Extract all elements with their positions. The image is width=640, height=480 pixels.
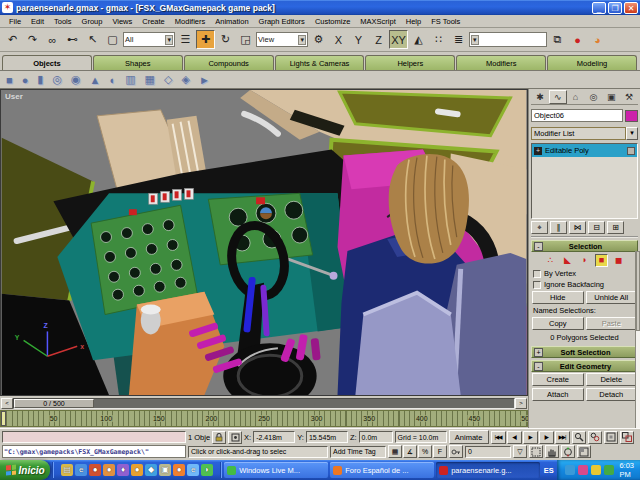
stack-tool-button[interactable]: ⋈ xyxy=(569,221,586,234)
menu-item[interactable]: MAXScript xyxy=(355,16,400,27)
toolbar-button[interactable]: Z xyxy=(369,30,388,49)
toolbar-button[interactable]: ∷ xyxy=(429,30,448,49)
time-slider-handle[interactable]: 0 / 500 xyxy=(14,399,94,408)
primitive-icon[interactable]: ◇ xyxy=(164,73,172,86)
animate-button[interactable]: Animate xyxy=(449,430,489,444)
language-indicator[interactable]: ES xyxy=(540,462,557,478)
command-panel-tab[interactable]: ✱ xyxy=(531,90,549,104)
hide-button[interactable]: Hide xyxy=(532,291,584,304)
quick-launch-icon[interactable]: ● xyxy=(89,464,101,476)
x-coordinate-field[interactable]: -2.418m xyxy=(253,431,295,443)
toolbar-button[interactable]: X xyxy=(329,30,348,49)
zoom-extents-all-icon[interactable] xyxy=(620,431,634,444)
task-button[interactable]: Windows Live M... xyxy=(224,462,328,478)
region-zoom-icon[interactable] xyxy=(529,445,543,458)
quick-launch-icon[interactable]: ● xyxy=(131,464,143,476)
quick-launch-icon[interactable]: ▣ xyxy=(159,464,171,476)
tab[interactable]: Modeling xyxy=(547,55,637,70)
command-panel-tab[interactable]: ∿ xyxy=(549,90,567,104)
absolute-mode-icon[interactable] xyxy=(228,431,242,444)
command-panel-tab[interactable]: ◎ xyxy=(584,90,602,104)
subobject-icon[interactable]: ◗ xyxy=(578,254,591,267)
tab[interactable]: Shapes xyxy=(93,55,183,70)
subobject-icon[interactable]: ◼ xyxy=(612,254,625,267)
menu-item[interactable]: FS Tools xyxy=(426,16,465,27)
checkbox-row[interactable]: Ignore Backfacing xyxy=(531,279,638,290)
zoom-all-icon[interactable] xyxy=(588,431,602,444)
zoom-icon[interactable] xyxy=(572,431,586,444)
tab[interactable]: Compounds xyxy=(184,55,274,70)
stack-tool-button[interactable]: ∥ xyxy=(550,221,567,234)
quick-launch-icon[interactable]: ◆ xyxy=(145,464,157,476)
toolbar-button[interactable]: ☰ xyxy=(176,30,195,49)
menu-item[interactable]: Create xyxy=(137,16,170,27)
toolbar-button[interactable]: XY xyxy=(389,30,408,49)
toolbar-button[interactable]: Y xyxy=(349,30,368,49)
stack-toggle-icon[interactable] xyxy=(627,147,635,155)
primitive-icon[interactable]: ◐ xyxy=(109,74,116,86)
zoom-extents-icon[interactable] xyxy=(604,431,618,444)
primitive-icon[interactable]: ▲ xyxy=(90,74,101,86)
subobject-icon[interactable]: ◣ xyxy=(561,254,574,267)
pan-hand-icon[interactable] xyxy=(545,445,559,458)
toolbar-button[interactable]: ⊷ xyxy=(63,30,82,49)
stack-tool-button[interactable]: ⊟ xyxy=(588,221,605,234)
tab[interactable]: Modifiers xyxy=(456,55,546,70)
toolbar-button[interactable]: ● xyxy=(568,30,587,49)
track-bar-frame-marker[interactable] xyxy=(1,411,6,426)
primitive-icon[interactable]: ► xyxy=(199,74,210,86)
edit-geometry-button[interactable]: Detach xyxy=(586,388,638,401)
viewport-label[interactable]: User xyxy=(5,92,23,101)
rollout-soft-selection[interactable]: + Soft Selection xyxy=(531,346,638,358)
tray-icon[interactable] xyxy=(604,465,614,475)
primitive-icon[interactable]: ■ xyxy=(6,74,13,86)
menu-item[interactable]: Modifiers xyxy=(170,16,210,27)
primitive-icon[interactable]: ▥ xyxy=(125,73,135,86)
quick-launch-icon[interactable]: ● xyxy=(173,464,185,476)
toolbar-button[interactable]: ◕ xyxy=(588,30,607,49)
modifier-list-dropdown[interactable]: Modifier List xyxy=(531,127,626,140)
menu-item[interactable]: Graph Editors xyxy=(254,16,310,27)
minimize-button[interactable]: _ xyxy=(592,2,606,14)
modifier-stack-row[interactable]: + Editable Poly xyxy=(532,144,637,157)
selection-lock-icon[interactable] xyxy=(212,431,226,444)
command-panel-tab[interactable]: ⌂ xyxy=(567,90,585,104)
current-frame-field[interactable]: 0 xyxy=(465,446,511,458)
menu-item[interactable]: Animation xyxy=(210,16,253,27)
menu-item[interactable]: Group xyxy=(77,16,108,27)
toolbar-button[interactable]: ⚙ xyxy=(309,30,328,49)
snap-toggle-button[interactable]: % xyxy=(418,445,432,458)
quick-launch-icon[interactable]: ◗ xyxy=(201,464,213,476)
subobject-icon[interactable]: ∴ xyxy=(544,254,557,267)
task-button[interactable]: Foro Español de ... xyxy=(330,462,434,478)
start-button[interactable]: Inicio xyxy=(0,460,50,480)
arc-rotate-icon[interactable] xyxy=(561,445,575,458)
toolbar-button[interactable]: ∞ xyxy=(43,30,62,49)
quick-launch-icon[interactable]: ♦ xyxy=(117,464,129,476)
menu-item[interactable]: Edit xyxy=(26,16,49,27)
primitive-icon[interactable]: ▦ xyxy=(145,73,155,86)
primitive-icon[interactable]: ◎ xyxy=(52,73,62,86)
tab[interactable]: Objects xyxy=(2,55,92,70)
quick-launch-icon[interactable]: ● xyxy=(103,464,115,476)
stack-tool-button[interactable]: ⌖ xyxy=(531,221,548,234)
object-color-swatch[interactable] xyxy=(625,110,638,122)
named-selection-button[interactable]: Paste xyxy=(586,317,638,330)
maxscript-listener-line[interactable]: "C:\gmax\gamepacks\FSX_GMaxGamepack\" xyxy=(2,445,186,458)
named-selection-button[interactable]: Copy xyxy=(532,317,584,330)
key-filters-icon[interactable]: ▽ xyxy=(513,445,527,458)
tray-icon[interactable] xyxy=(565,465,575,475)
y-coordinate-field[interactable]: 15.545m xyxy=(306,431,348,443)
toolbar-button[interactable]: ↶ xyxy=(3,30,22,49)
checkbox-row[interactable]: By Vertex xyxy=(531,268,638,279)
set-key-icon[interactable] xyxy=(449,445,463,458)
menu-item[interactable]: Tools xyxy=(49,16,77,27)
playback-button[interactable]: ▶▶| xyxy=(555,431,570,444)
menu-item[interactable]: Customize xyxy=(310,16,355,27)
primitive-icon[interactable]: ● xyxy=(22,74,29,86)
viewport[interactable]: User xyxy=(0,89,528,396)
edit-geometry-button[interactable]: Attach xyxy=(532,388,584,401)
toolbar-button[interactable] xyxy=(469,32,547,47)
collapse-icon[interactable]: - xyxy=(534,362,543,371)
z-coordinate-field[interactable]: 0.0m xyxy=(359,431,393,443)
